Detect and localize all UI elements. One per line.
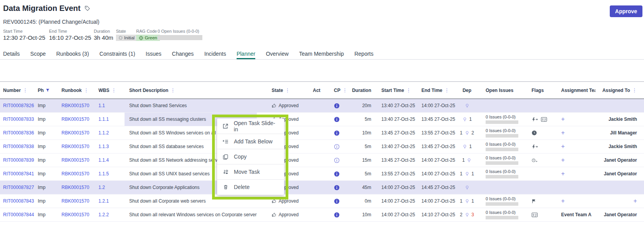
- tab-runbooks-3-[interactable]: Runbooks (3): [56, 48, 89, 59]
- column-header-runbook[interactable]: Runbook⋮: [58, 87, 95, 93]
- runbook-link[interactable]: RBK0001570: [61, 171, 89, 177]
- column-header-act[interactable]: Act: [307, 88, 327, 93]
- tab-issues[interactable]: Issues: [146, 48, 161, 59]
- runbook-link[interactable]: RBK0001570: [61, 144, 89, 149]
- cp-info-icon[interactable]: [334, 185, 340, 191]
- column-header-cp[interactable]: CP⋮: [327, 87, 350, 93]
- column-header-number[interactable]: Number⋮: [0, 87, 37, 93]
- clock-filled-icon[interactable]: [532, 130, 537, 136]
- column-header-start-time[interactable]: Start Time⋮: [374, 87, 418, 93]
- column-menu-icon[interactable]: ⋮: [23, 87, 28, 93]
- cp-info-icon[interactable]: [334, 212, 340, 218]
- cell-dependencies[interactable]: 1: [455, 113, 479, 126]
- add-assignment-team-button[interactable]: +: [561, 157, 565, 164]
- tab-details[interactable]: Details: [3, 48, 20, 59]
- add-assignment-team-button[interactable]: +: [561, 129, 565, 136]
- column-header-state[interactable]: State⋮: [257, 87, 307, 93]
- wbs-link[interactable]: 1.1.4: [98, 157, 109, 163]
- wbs-link[interactable]: 1.1.3: [98, 144, 109, 149]
- wbs-link[interactable]: 1.2.2: [98, 212, 109, 217]
- menu-item-copy[interactable]: Copy: [217, 149, 284, 164]
- cell-dependencies[interactable]: 23: [455, 208, 479, 221]
- runbook-link[interactable]: RBK0001570: [61, 117, 89, 122]
- menu-item-delete[interactable]: Delete: [217, 179, 284, 194]
- cell-dependencies[interactable]: [455, 99, 479, 112]
- add-assignment-team-button[interactable]: +: [561, 170, 565, 177]
- cp-info-icon[interactable]: [334, 130, 340, 136]
- cp-info-icon[interactable]: [334, 157, 340, 163]
- task-number-link[interactable]: RIT000087839: [3, 157, 34, 163]
- cp-info-icon[interactable]: [334, 171, 340, 177]
- column-header-ph[interactable]: Ph: [37, 88, 58, 93]
- wbs-link[interactable]: 1.1.1: [98, 117, 109, 122]
- tab-planner[interactable]: Planner: [237, 48, 255, 59]
- task-number-link[interactable]: RIT000087844: [3, 212, 34, 217]
- tab-changes[interactable]: Changes: [172, 48, 194, 59]
- cp-info-icon[interactable]: [334, 144, 340, 150]
- add-assignment-team-button[interactable]: +: [561, 116, 565, 123]
- cell-dependencies[interactable]: 12: [455, 126, 479, 139]
- column-header-duration[interactable]: Duration: [350, 88, 374, 93]
- column-header-wbs[interactable]: WBS⋮: [95, 87, 125, 93]
- column-header-dep[interactable]: Dep: [455, 88, 479, 93]
- add-assigned-to-button[interactable]: +: [633, 198, 637, 205]
- wbs-link[interactable]: 1.2: [98, 185, 105, 190]
- clock-arrow-icon[interactable]: [532, 158, 538, 163]
- cell-dependencies[interactable]: 1: [455, 140, 479, 153]
- runbook-link[interactable]: RBK0001570: [61, 157, 89, 163]
- column-header-flags[interactable]: Flags: [525, 88, 553, 93]
- tab-overview[interactable]: Overview: [266, 48, 288, 59]
- tag-icon[interactable]: [84, 5, 90, 11]
- cp-info-icon[interactable]: [334, 117, 340, 122]
- column-filter-icon[interactable]: [46, 88, 50, 92]
- wbs-link[interactable]: 1.2.1: [98, 198, 109, 204]
- column-menu-icon[interactable]: ⋮: [84, 87, 89, 93]
- task-number-link[interactable]: RIT000087826: [3, 103, 34, 108]
- lightning-arrow-icon[interactable]: [532, 144, 538, 149]
- runbook-link[interactable]: RBK0001570: [61, 103, 89, 108]
- tab-incidents[interactable]: Incidents: [204, 48, 226, 59]
- task-number-link[interactable]: RIT000087836: [3, 130, 34, 136]
- wbs-link[interactable]: 1.1.5: [98, 171, 109, 177]
- task-number-link[interactable]: RIT000087838: [3, 144, 34, 149]
- task-number-link[interactable]: RIT000087833: [3, 117, 34, 122]
- column-menu-icon[interactable]: ⋮: [342, 87, 347, 93]
- tab-reports[interactable]: Reports: [354, 48, 374, 59]
- task-number-link[interactable]: RIT000087827: [3, 185, 34, 190]
- cp-info-icon[interactable]: [334, 198, 340, 204]
- cp-info-icon[interactable]: [334, 103, 340, 109]
- lightning-arrow-icon[interactable]: [532, 117, 538, 122]
- column-menu-icon[interactable]: ⋮: [285, 87, 290, 93]
- wbs-link[interactable]: 1.1: [98, 103, 105, 108]
- menu-item-move-task[interactable]: Move Task: [217, 164, 284, 179]
- column-header-assigned-to[interactable]: Assigned To⋮: [595, 87, 644, 93]
- runbook-link[interactable]: RBK0001570: [61, 185, 89, 190]
- contact-card-icon[interactable]: [541, 117, 547, 122]
- task-number-link[interactable]: RIT000087843: [3, 198, 34, 204]
- wbs-link[interactable]: 1.1.2: [98, 130, 109, 136]
- add-assignment-team-button[interactable]: +: [561, 198, 565, 205]
- flag-icon[interactable]: [532, 199, 537, 204]
- column-menu-icon[interactable]: ⋮: [111, 87, 116, 93]
- column-header-open-issues[interactable]: Open Issues: [479, 88, 525, 93]
- runbook-link[interactable]: RBK0001570: [61, 212, 89, 217]
- task-number-link[interactable]: RIT000087841: [3, 171, 34, 177]
- column-header-end-time[interactable]: End Time⋮: [418, 87, 455, 93]
- tab-team-membership[interactable]: Team Membership: [299, 48, 344, 59]
- column-menu-icon[interactable]: ⋮: [632, 87, 637, 93]
- menu-item-open-task-slide-in[interactable]: Open Task Slide-in: [217, 119, 284, 134]
- column-header-short-description[interactable]: Short Description⋮: [125, 87, 257, 93]
- column-header-assignment-team[interactable]: Assignment Team⋮: [553, 87, 595, 93]
- runbook-link[interactable]: RBK0001570: [61, 130, 89, 136]
- cell-dependencies[interactable]: [455, 181, 479, 194]
- cell-dependencies[interactable]: 1: [455, 154, 479, 167]
- column-menu-icon[interactable]: ⋮: [406, 87, 411, 93]
- cell-dependencies[interactable]: 11: [455, 194, 479, 208]
- column-menu-icon[interactable]: ⋮: [444, 87, 449, 93]
- menu-item-add-task-below[interactable]: Add Task Below: [217, 134, 284, 149]
- add-assignment-team-button[interactable]: +: [561, 143, 565, 150]
- runbook-link[interactable]: RBK0001570: [61, 198, 89, 204]
- tab-scope[interactable]: Scope: [30, 48, 46, 59]
- approve-button[interactable]: Approve: [610, 5, 642, 17]
- contact-card-icon[interactable]: [532, 212, 538, 217]
